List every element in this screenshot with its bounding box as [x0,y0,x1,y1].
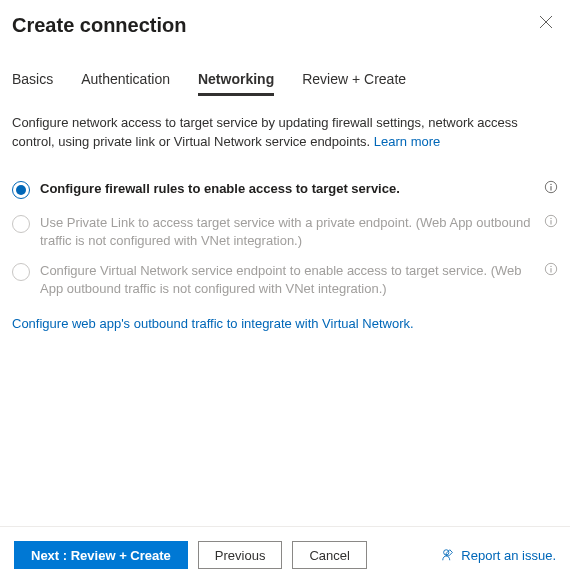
svg-point-3 [550,183,551,184]
svg-rect-4 [550,186,551,190]
radio-private-link [12,215,30,233]
tab-bar: Basics Authentication Networking Review … [0,37,570,96]
radio-vnet-endpoint [12,263,30,281]
svg-rect-10 [550,268,551,272]
svg-point-6 [550,217,551,218]
page-title: Create connection [12,14,538,37]
cancel-button[interactable]: Cancel [292,541,366,569]
tab-review-create[interactable]: Review + Create [302,71,406,96]
option-private-link: Use Private Link to access target servic… [12,214,558,250]
tab-networking[interactable]: Networking [198,71,274,96]
tab-basics[interactable]: Basics [12,71,53,96]
info-icon[interactable] [544,262,558,276]
info-icon[interactable] [544,180,558,194]
option-vnet-endpoint: Configure Virtual Network service endpoi… [12,262,558,298]
report-issue-link[interactable]: Report an issue. [441,548,556,563]
feedback-icon [441,548,455,562]
previous-button[interactable]: Previous [198,541,283,569]
option-vnet-endpoint-label: Configure Virtual Network service endpoi… [40,262,536,298]
option-firewall[interactable]: Configure firewall rules to enable acces… [12,180,558,202]
next-button[interactable]: Next : Review + Create [14,541,188,569]
close-icon[interactable] [538,14,554,30]
option-firewall-label: Configure firewall rules to enable acces… [40,180,536,198]
svg-point-9 [550,266,551,267]
report-issue-label: Report an issue. [461,548,556,563]
description-body: Configure network access to target servi… [12,115,518,149]
option-private-link-label: Use Private Link to access target servic… [40,214,536,250]
info-icon[interactable] [544,214,558,228]
learn-more-link[interactable]: Learn more [374,134,440,149]
description-text: Configure network access to target servi… [12,114,558,152]
configure-vnet-link[interactable]: Configure web app's outbound traffic to … [12,316,414,331]
svg-rect-7 [550,220,551,224]
radio-firewall[interactable] [12,181,30,199]
networking-options: Configure firewall rules to enable acces… [12,180,558,299]
tab-authentication[interactable]: Authentication [81,71,170,96]
